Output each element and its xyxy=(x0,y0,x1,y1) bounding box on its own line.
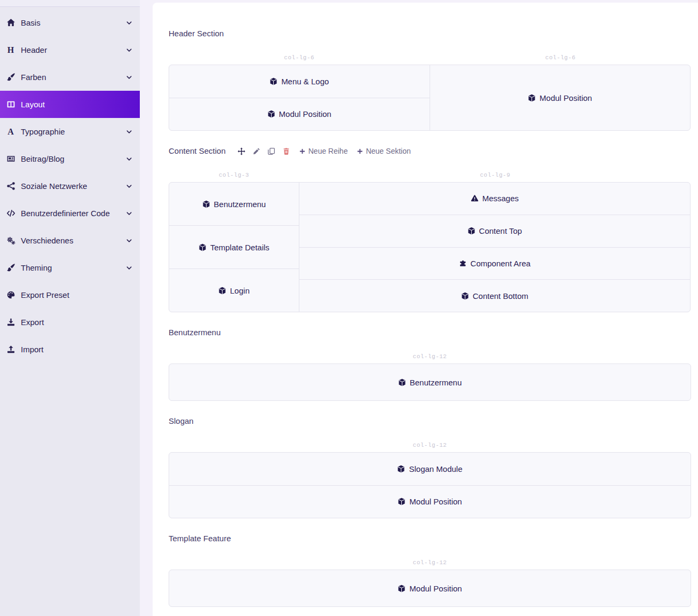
module-benutzermenu[interactable]: Benutzermenu xyxy=(169,364,691,401)
module-label: Login xyxy=(230,286,250,295)
column-labels-row: col-lg-3 col-lg-9 xyxy=(169,172,691,178)
column-width-label: col-lg-12 xyxy=(169,559,691,566)
section-title: Slogan xyxy=(169,416,194,426)
grid-column: Slogan Module Modul Position xyxy=(169,452,691,518)
chevron-down-icon xyxy=(126,74,132,81)
module-modul-position[interactable]: Modul Position xyxy=(430,65,691,131)
grid-column: Modul Position xyxy=(430,65,691,131)
module-menu-logo[interactable]: Menu & Logo xyxy=(169,65,430,98)
column-width-label: col-lg-9 xyxy=(299,172,691,178)
sidebar-item-import[interactable]: Import xyxy=(0,336,140,363)
module-benutzermenu[interactable]: Benutzermenu xyxy=(169,182,299,226)
sidebar-item-basis[interactable]: Basis xyxy=(0,9,140,36)
sidebar-item-theming[interactable]: Theming xyxy=(0,254,140,281)
upload-icon xyxy=(5,345,16,354)
new-section-button[interactable]: Neue Sektion xyxy=(356,147,411,155)
module-label: Template Details xyxy=(210,243,269,252)
sidebar-item-label: Soziale Netzwerke xyxy=(21,181,126,191)
section-row: Slogan Module Modul Position xyxy=(169,452,691,518)
sidebar-top-strip xyxy=(0,0,140,7)
sidebar-item-layout[interactable]: Layout xyxy=(0,91,140,118)
section-title: Header Section xyxy=(169,29,224,38)
cube-icon xyxy=(398,497,406,506)
sidebar-item-label: Farben xyxy=(21,73,126,82)
sidebar-item-verschiedenes[interactable]: Verschiedenes xyxy=(0,227,140,254)
grid-column: Modul Position xyxy=(169,570,691,607)
module-content-top[interactable]: Content Top xyxy=(299,215,691,248)
chevron-down-icon xyxy=(126,210,132,217)
module-component-area[interactable]: Component Area xyxy=(299,247,691,280)
column-labels-row: col-lg-6 col-lg-6 xyxy=(169,54,691,61)
code-icon xyxy=(5,209,16,218)
sidebar-item-label: Basis xyxy=(21,18,126,27)
section-title: Benutzermenu xyxy=(169,328,221,337)
sidebar-item-beitrag-blog[interactable]: Beitrag/Blog xyxy=(0,145,140,172)
grid-column: Messages Content Top Component Area Cont… xyxy=(299,182,691,312)
sidebar-item-label: Header xyxy=(21,45,126,54)
module-label: Content Bottom xyxy=(473,291,528,301)
module-modul-position[interactable]: Modul Position xyxy=(169,485,691,519)
section-row: Modul Position xyxy=(169,570,691,607)
sidebar: Basis H Header Farben Layout A Typograph… xyxy=(0,0,140,616)
module-label: Messages xyxy=(482,194,519,203)
module-label: Modul Position xyxy=(540,93,592,102)
sidebar-item-export-preset[interactable]: Export Preset xyxy=(0,281,140,309)
section-title: Template Feature xyxy=(169,534,231,543)
module-label: Component Area xyxy=(471,259,531,268)
section-content-section: Content Section Neue Reihe Neue Sektion … xyxy=(169,146,691,312)
sidebar-item-label: Theming xyxy=(21,263,126,272)
module-modul-position[interactable]: Modul Position xyxy=(169,98,430,131)
cube-icon xyxy=(461,292,469,300)
module-template-details[interactable]: Template Details xyxy=(169,225,299,269)
sidebar-item-export[interactable]: Export xyxy=(0,309,140,336)
new-row-button[interactable]: Neue Reihe xyxy=(299,147,348,155)
cube-icon xyxy=(398,585,406,593)
section-template-feature: Template Feature col-lg-12 Modul Positio… xyxy=(169,534,691,607)
sidebar-item-farben[interactable]: Farben xyxy=(0,64,140,91)
column-width-label: col-lg-12 xyxy=(169,442,691,448)
sidebar-item-benutzerdefinierter-code[interactable]: Benutzerdefinierter Code xyxy=(0,200,140,227)
module-login[interactable]: Login xyxy=(169,268,299,312)
paintbrush-icon xyxy=(5,263,16,272)
chevron-down-icon xyxy=(126,265,132,271)
cube-icon xyxy=(467,227,475,235)
module-content-bottom[interactable]: Content Bottom xyxy=(299,279,691,312)
module-modul-position[interactable]: Modul Position xyxy=(169,570,691,607)
sidebar-item-header[interactable]: H Header xyxy=(0,36,140,64)
cube-icon xyxy=(218,287,226,295)
paintbrush-icon xyxy=(5,73,16,82)
column-width-label: col-lg-3 xyxy=(169,172,299,178)
heading-icon: H xyxy=(5,45,16,54)
font-icon: A xyxy=(5,127,16,136)
chevron-down-icon xyxy=(126,156,132,162)
delete-trash-icon[interactable] xyxy=(282,147,290,155)
module-messages[interactable]: Messages xyxy=(299,182,691,215)
section-slogan: Slogan col-lg-12 Slogan Module Modul Pos… xyxy=(169,416,691,518)
sidebar-item-label: Verschiedenes xyxy=(21,236,126,245)
module-slogan-module[interactable]: Slogan Module xyxy=(169,452,691,486)
copy-icon[interactable] xyxy=(267,147,275,155)
module-label: Benutzermenu xyxy=(410,378,462,387)
sidebar-item-label: Typographie xyxy=(21,127,126,136)
warning-icon xyxy=(471,194,479,202)
new-row-label: Neue Reihe xyxy=(308,147,348,155)
cube-icon xyxy=(398,378,406,386)
layout-builder-panel: Header Section col-lg-6 col-lg-6 Menu & … xyxy=(153,3,698,616)
module-label: Slogan Module xyxy=(409,464,462,473)
column-labels-row: col-lg-12 xyxy=(169,442,691,448)
cube-icon xyxy=(267,110,275,118)
puzzle-icon xyxy=(459,259,467,267)
module-label: Modul Position xyxy=(409,497,462,506)
chevron-down-icon xyxy=(126,47,132,53)
plus-icon xyxy=(356,148,363,155)
sidebar-item-soziale-netzwerke[interactable]: Soziale Netzwerke xyxy=(0,172,140,200)
move-icon[interactable] xyxy=(237,147,245,155)
sidebar-item-label: Layout xyxy=(21,100,132,109)
sidebar-item-typographie[interactable]: A Typographie xyxy=(0,118,140,145)
cogs-icon xyxy=(5,236,16,245)
module-label: Benutzermenu xyxy=(214,200,266,209)
module-label: Content Top xyxy=(479,226,522,235)
chevron-down-icon xyxy=(126,129,132,135)
edit-pencil-icon[interactable] xyxy=(252,147,260,155)
section-row: Benutzermenu Template Details Login Mess… xyxy=(169,182,691,312)
